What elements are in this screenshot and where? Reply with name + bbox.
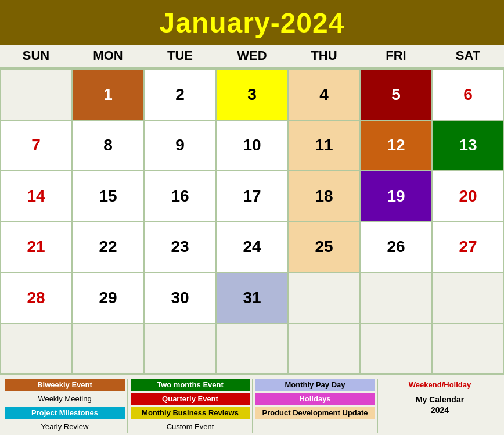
cal-day-18[interactable]: 18 bbox=[288, 171, 360, 222]
cal-day-3[interactable]: 3 bbox=[216, 69, 288, 120]
legend-item: Weekly Meeting bbox=[5, 393, 125, 405]
legend-item: Two months Event bbox=[131, 379, 250, 391]
cal-empty-40 bbox=[360, 323, 432, 375]
day-name-tue: TUE bbox=[144, 45, 216, 67]
cal-day-28[interactable]: 28 bbox=[0, 272, 72, 323]
cal-empty-37 bbox=[144, 323, 216, 375]
cal-day-21[interactable]: 21 bbox=[0, 222, 72, 273]
cal-day-2[interactable]: 2 bbox=[144, 69, 216, 120]
cal-empty-36 bbox=[72, 323, 144, 375]
cal-empty-32 bbox=[288, 272, 360, 323]
cal-day-23[interactable]: 23 bbox=[144, 222, 216, 273]
cal-day-8[interactable]: 8 bbox=[72, 120, 144, 171]
legend-item: Product Development Update bbox=[255, 407, 375, 419]
day-name-wed: WED bbox=[216, 45, 288, 67]
cal-day-20[interactable]: 20 bbox=[432, 171, 504, 222]
cal-empty-38 bbox=[216, 323, 288, 375]
cal-day-13[interactable]: 13 bbox=[432, 120, 504, 171]
legend-item: Quarterly Event bbox=[131, 393, 250, 405]
calendar-wrapper: January-2024 SUNMONTUEWEDTHUFRISAT 12345… bbox=[0, 0, 504, 435]
day-name-sat: SAT bbox=[432, 45, 504, 67]
cal-day-19[interactable]: 19 bbox=[360, 171, 432, 222]
legend-item: Custom Event bbox=[131, 420, 250, 433]
cal-empty-33 bbox=[360, 272, 432, 323]
day-name-mon: MON bbox=[72, 45, 144, 67]
cal-day-17[interactable]: 17 bbox=[216, 171, 288, 222]
cal-day-1[interactable]: 1 bbox=[72, 69, 144, 120]
legend-col-4: Weekend/HolidayMy Calendar2024 bbox=[377, 379, 502, 433]
legend-item: Weekend/Holiday bbox=[380, 379, 499, 391]
cal-day-30[interactable]: 30 bbox=[144, 272, 216, 323]
legend: Biweekly EventWeekly MeetingProject Mile… bbox=[0, 374, 504, 435]
cal-day-7[interactable]: 7 bbox=[0, 120, 72, 171]
day-name-sun: SUN bbox=[0, 45, 72, 67]
calendar-grid: 1234567891011121314151617181920212223242… bbox=[0, 68, 504, 374]
cal-empty-0 bbox=[0, 69, 72, 120]
legend-item: Project Milestones bbox=[5, 407, 125, 419]
day-name-thu: THU bbox=[288, 45, 360, 67]
cal-day-10[interactable]: 10 bbox=[216, 120, 288, 171]
cal-day-16[interactable]: 16 bbox=[144, 171, 216, 222]
legend-item: Monthly Business Reviews bbox=[131, 407, 250, 419]
cal-day-6[interactable]: 6 bbox=[432, 69, 504, 120]
legend-item: My Calendar2024 bbox=[380, 393, 499, 417]
cal-day-14[interactable]: 14 bbox=[0, 171, 72, 222]
cal-day-22[interactable]: 22 bbox=[72, 222, 144, 273]
calendar-header: January-2024 bbox=[0, 0, 504, 45]
cal-day-24[interactable]: 24 bbox=[216, 222, 288, 273]
cal-day-15[interactable]: 15 bbox=[72, 171, 144, 222]
cal-day-29[interactable]: 29 bbox=[72, 272, 144, 323]
cal-day-26[interactable]: 26 bbox=[360, 222, 432, 273]
cal-empty-34 bbox=[432, 272, 504, 323]
legend-item: Biweekly Event bbox=[5, 379, 125, 391]
legend-col-1: Biweekly EventWeekly MeetingProject Mile… bbox=[2, 379, 127, 433]
cal-day-11[interactable]: 11 bbox=[288, 120, 360, 171]
cal-day-12[interactable]: 12 bbox=[360, 120, 432, 171]
legend-item: Monthly Pay Day bbox=[255, 379, 375, 391]
cal-day-27[interactable]: 27 bbox=[432, 222, 504, 273]
cal-day-31[interactable]: 31 bbox=[216, 272, 288, 323]
cal-empty-39 bbox=[288, 323, 360, 375]
legend-col-3: Monthly Pay DayHolidaysProduct Developme… bbox=[252, 379, 377, 433]
cal-day-9[interactable]: 9 bbox=[144, 120, 216, 171]
calendar-title: January-2024 bbox=[0, 7, 504, 39]
day-name-fri: FRI bbox=[360, 45, 432, 67]
cal-day-5[interactable]: 5 bbox=[360, 69, 432, 120]
cal-empty-35 bbox=[0, 323, 72, 375]
cal-empty-41 bbox=[432, 323, 504, 375]
legend-item: Yearly Review bbox=[5, 420, 125, 433]
cal-day-25[interactable]: 25 bbox=[288, 222, 360, 273]
days-header: SUNMONTUEWEDTHUFRISAT bbox=[0, 45, 504, 68]
legend-item: Holidays bbox=[255, 393, 375, 405]
cal-day-4[interactable]: 4 bbox=[288, 69, 360, 120]
legend-col-2: Two months EventQuarterly EventMonthly B… bbox=[127, 379, 252, 433]
